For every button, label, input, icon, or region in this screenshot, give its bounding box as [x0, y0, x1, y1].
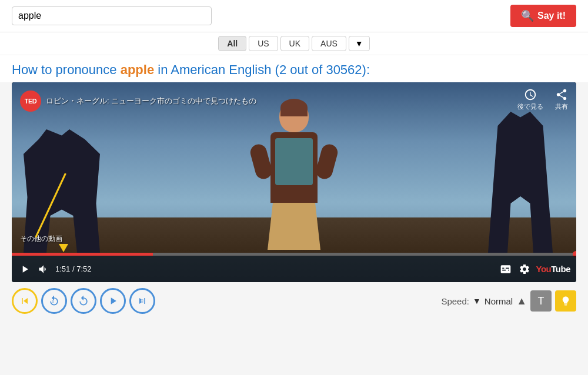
- arm-left: [249, 142, 274, 180]
- speaker-body: [270, 132, 318, 203]
- search-icon: 🔍: [521, 9, 534, 22]
- speaker-head: [279, 100, 309, 132]
- share-icon: [555, 88, 568, 101]
- say-it-label: Say it!: [537, 11, 566, 21]
- lightbulb-button[interactable]: [555, 290, 576, 312]
- clock-icon: [524, 88, 537, 101]
- skip-to-start-button[interactable]: [12, 288, 38, 314]
- speed-dropdown-button[interactable]: ▼: [473, 296, 481, 306]
- speaker-figure: [247, 100, 341, 253]
- share-btn[interactable]: 共有: [555, 88, 568, 111]
- arrow-head: [59, 244, 68, 252]
- tab-all[interactable]: All: [218, 36, 246, 51]
- skip-next-button[interactable]: [129, 288, 155, 314]
- repeat-icon: [78, 295, 89, 307]
- speed-label: Speed:: [441, 296, 469, 306]
- tab-uk[interactable]: UK: [280, 36, 309, 51]
- search-bar: 🔍 Say it!: [0, 0, 588, 32]
- text-button[interactable]: T: [530, 290, 552, 312]
- volume-button[interactable]: [36, 262, 51, 276]
- skip-to-start-icon: [19, 295, 31, 307]
- settings-button[interactable]: [517, 262, 532, 276]
- video-top-right: 後で見る 共有: [517, 88, 568, 111]
- lightbulb-icon: [560, 296, 571, 306]
- dialect-dropdown-btn[interactable]: ▼: [349, 36, 370, 51]
- pronunciation-title: How to pronounce apple in American Engli…: [0, 55, 588, 82]
- play-button[interactable]: [100, 288, 126, 314]
- bottom-controls-bar: 5 Speed: ▼ Normal ▲ T: [0, 282, 588, 320]
- speed-value: Normal: [485, 296, 513, 306]
- repeat-button[interactable]: [71, 288, 96, 314]
- speaker-skirt: [268, 203, 320, 250]
- chevron-down-icon: ▼: [473, 296, 481, 306]
- tab-us[interactable]: US: [249, 36, 278, 51]
- video-scene: TED ロビン・ネーグル: ニューヨーク市のゴミの中で見つけたもの 後で見る 共…: [12, 82, 576, 282]
- ted-badge: TED ロビン・ネーグル: ニューヨーク市のゴミの中で見つけたもの: [20, 91, 256, 112]
- dialect-tabs-bar: All US UK AUS ▼: [0, 32, 588, 55]
- subtitles-button[interactable]: [499, 262, 513, 276]
- svg-text:5: 5: [52, 300, 54, 303]
- speaker-hair: [280, 99, 308, 116]
- youtube-logo: YouTube: [536, 264, 570, 274]
- play-icon: [19, 263, 31, 275]
- speaker-arms: [253, 144, 335, 173]
- tab-aus[interactable]: AUS: [312, 36, 346, 51]
- play-triangle-icon: [107, 295, 119, 307]
- title-prefix: How to pronounce: [12, 62, 121, 77]
- volume-icon: [38, 263, 49, 275]
- video-controls-bar: 1:51 / 7:52 YouTube: [12, 256, 576, 282]
- subtitles-icon: [500, 263, 512, 275]
- rewind-icon: 5: [48, 295, 60, 307]
- title-word: apple: [121, 62, 154, 77]
- gear-icon: [519, 263, 530, 275]
- search-input[interactable]: [12, 6, 212, 25]
- ted-title: ロビン・ネーグル: ニューヨーク市のゴミの中で見つけたもの: [46, 96, 256, 106]
- video-player: TED ロビン・ネーグル: ニューヨーク市のゴミの中で見つけたもの 後で見る 共…: [12, 82, 576, 282]
- other-videos-label: その他の動画: [20, 234, 62, 244]
- arm-right: [315, 142, 340, 180]
- ted-logo: TED: [20, 91, 41, 112]
- speed-control: Speed: ▼ Normal ▲: [441, 295, 527, 307]
- time-display: 1:51 / 7:52: [55, 264, 91, 273]
- play-pause-button[interactable]: [18, 262, 32, 276]
- title-suffix: in American English (2 out of 30562):: [154, 62, 370, 77]
- say-it-button[interactable]: 🔍 Say it!: [510, 5, 576, 27]
- watch-later-btn[interactable]: 後で見る: [517, 88, 543, 111]
- skip-next-icon: [136, 295, 148, 307]
- rewind-button[interactable]: 5: [41, 288, 67, 314]
- speed-up-button[interactable]: ▲: [516, 295, 527, 307]
